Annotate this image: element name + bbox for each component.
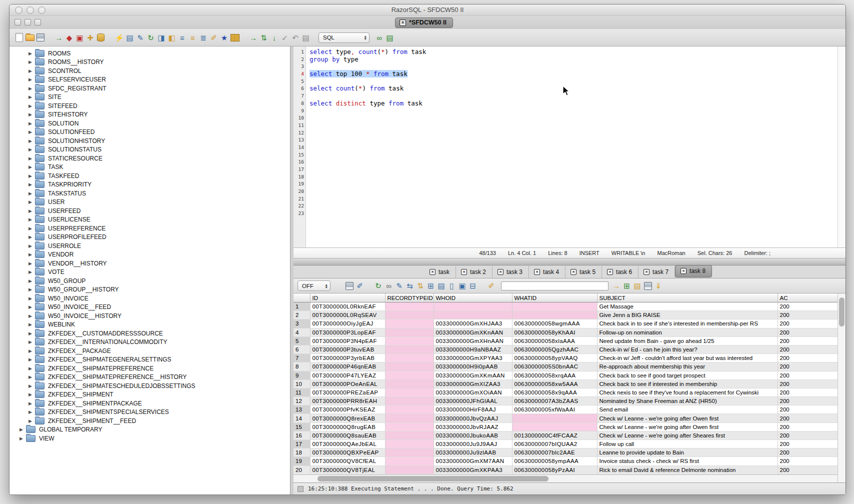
grid-cell[interactable]: 00630000007bIQUAA2: [512, 440, 597, 448]
schema-browser-panel[interactable]: ▶ROOMS▶ROOMS__HISTORY▶SCONTROL▶SELFSERVI…: [10, 46, 294, 494]
expand-triangle-icon[interactable]: ▶: [20, 427, 26, 432]
expand-triangle-icon[interactable]: ▶: [28, 261, 35, 266]
copy-connection-icon[interactable]: ▣: [75, 33, 84, 42]
tree-item-zkfedex-package[interactable]: ▶ZKFEDEX__PACKAGE: [10, 346, 290, 356]
code-line[interactable]: [310, 63, 846, 70]
help-book-icon[interactable]: ◧: [167, 33, 176, 42]
tree-item-vote[interactable]: ▶VOTE: [10, 268, 290, 277]
row-number[interactable]: 5: [294, 336, 310, 345]
tab-close-icon[interactable]: ×: [534, 269, 540, 275]
grid-cell[interactable]: [385, 457, 434, 466]
grid-cell[interactable]: 0033000000GmXIZAA3: [434, 380, 512, 388]
row-number[interactable]: 2: [294, 311, 310, 320]
tree-item-taskstatus[interactable]: ▶TASKSTATUS: [10, 189, 290, 198]
grid-cell[interactable]: [385, 380, 434, 388]
code-line[interactable]: [310, 122, 846, 130]
tree-item-vendor-history[interactable]: ▶VENDOR__HISTORY: [10, 259, 290, 268]
tree-item-scontrol[interactable]: ▶SCONTROL: [10, 66, 290, 76]
tree-item-sfdc-registrant[interactable]: ▶SFDC_REGISTRANT: [10, 84, 290, 93]
row-number[interactable]: 8: [294, 362, 310, 371]
code-line[interactable]: [310, 152, 846, 159]
grid-cell[interactable]: 00T3000000P3tuvEAB: [310, 345, 385, 354]
expand-triangle-icon[interactable]: ▶: [28, 112, 35, 117]
find-glasses-icon[interactable]: ∞: [374, 33, 384, 42]
grid-cell[interactable]: 006300000058xrqAAA: [512, 371, 597, 380]
commit-check-icon[interactable]: ✓: [280, 33, 290, 42]
grid-cell[interactable]: 200: [778, 320, 838, 328]
tab-close-icon[interactable]: ×: [498, 269, 504, 275]
expand-triangle-icon[interactable]: ▶: [28, 374, 35, 380]
expand-triangle-icon[interactable]: ▶: [28, 234, 35, 240]
column-header-whatid[interactable]: WHATID: [512, 294, 597, 302]
describe-table-icon[interactable]: ▤: [125, 33, 134, 42]
code-line[interactable]: [310, 92, 846, 100]
expand-triangle-icon[interactable]: ▶: [28, 156, 35, 161]
expand-triangle-icon[interactable]: ▶: [28, 392, 35, 397]
tree-item-taskfeed[interactable]: ▶TASKFEED: [10, 172, 290, 180]
grid-cell[interactable]: Invoice status check - check w/ RS first: [597, 457, 778, 466]
grid-cell[interactable]: 006300000058yKhAAI: [512, 328, 597, 336]
grid-cell[interactable]: 200: [778, 362, 838, 371]
grid-cell[interactable]: [385, 414, 434, 422]
code-line[interactable]: [310, 78, 846, 86]
tree-item-w50-invoice-history[interactable]: ▶W50_INVOICE__HISTORY: [10, 312, 290, 320]
grid-cell[interactable]: 006300000058ypVAAQ: [512, 354, 597, 362]
code-line[interactable]: select distinct type from task: [310, 100, 846, 108]
grid-cell[interactable]: 006300000058xw5AAA: [512, 380, 597, 388]
tree-item-solutionhistory[interactable]: ▶SOLUTIONHISTORY: [10, 136, 290, 146]
tree-item-w50-invoice-feed[interactable]: ▶W50_INVOICE__FEED: [10, 303, 290, 312]
grid-cell[interactable]: 200: [778, 422, 838, 431]
expand-triangle-icon[interactable]: ▶: [28, 191, 35, 196]
grid-cell[interactable]: 200: [778, 388, 838, 396]
result-tab-task-2[interactable]: ×task 2: [456, 266, 492, 278]
tree-item-vendor[interactable]: ▶VENDOR: [10, 250, 290, 260]
grid-cell[interactable]: Nominated by Shane Freeman at ANZ (HR50): [597, 397, 778, 406]
grid-cell[interactable]: Re-approach about membership this year: [597, 362, 778, 371]
grid-horizontal-scrollbar[interactable]: [294, 474, 838, 482]
grid-cell[interactable]: Check back to see if interested in membe…: [597, 380, 778, 388]
tree-item-zkfedex-shipment-feed[interactable]: ▶ZKFEDEX__SHIPMENT__FEED: [10, 416, 290, 426]
tree-item-sitehistory[interactable]: ▶SITEHISTORY: [10, 110, 290, 120]
grid-cell[interactable]: 00T3000000P3N4pEAF: [310, 336, 385, 345]
tree-item-sitefeed[interactable]: ▶SITEFEED: [10, 102, 290, 110]
tab-close-icon[interactable]: ×: [644, 269, 650, 275]
grid-horizontal-scrollbar-thumb[interactable]: [318, 476, 548, 482]
tab-close-icon[interactable]: ×: [607, 269, 613, 275]
tree-item-task[interactable]: ▶TASK: [10, 163, 290, 172]
save-file-icon[interactable]: [36, 33, 45, 42]
execute-lightning-icon[interactable]: ⚡: [114, 33, 124, 42]
results-grid-viewport[interactable]: IDRECORDTYPEIDWHOIDWHATIDSUBJECTAC100T30…: [294, 294, 838, 482]
tree-item-zkfedex-shipmentpackage[interactable]: ▶ZKFEDEX__SHIPMENTPACKAGE: [10, 399, 290, 408]
grid-cell[interactable]: Check-in w/ Ed - can he join this year?: [597, 345, 778, 354]
expand-triangle-icon[interactable]: ▶: [28, 366, 35, 371]
row-number[interactable]: 7: [294, 354, 310, 362]
grid-cell[interactable]: 0033000000Ju9J9AAJ: [434, 440, 512, 448]
sql-code-area[interactable]: select type, count(*) from taskgroup by …: [306, 46, 846, 248]
row-number[interactable]: 6: [294, 345, 310, 354]
grid-cell[interactable]: [512, 422, 597, 431]
column-header-whoid[interactable]: WHOID: [434, 294, 512, 302]
expand-triangle-icon[interactable]: ▶: [28, 94, 35, 100]
grid-cell[interactable]: 200: [778, 466, 838, 474]
row-number[interactable]: 11: [294, 388, 310, 396]
row-number[interactable]: 10: [294, 380, 310, 388]
grid-cell[interactable]: 0033000000GmXKnAAN: [434, 328, 512, 336]
grid-cell[interactable]: 200: [778, 354, 838, 362]
expand-triangle-icon[interactable]: ▶: [28, 226, 35, 231]
expand-triangle-icon[interactable]: ▶: [28, 174, 35, 178]
grid-cell[interactable]: 0033000000GmXHnAAN: [434, 336, 512, 345]
grid-cell[interactable]: 0033000000GmXM7AAN: [434, 457, 512, 466]
rollback-undo-icon[interactable]: ↶: [290, 33, 300, 42]
grid-cell[interactable]: 0033000000H9i0pAAB: [434, 362, 512, 371]
grid-cell[interactable]: 00T3000000POeAnEAL: [310, 380, 385, 388]
tree-item-rooms-history[interactable]: ▶ROOMS__HISTORY: [10, 58, 290, 67]
refresh-results-icon[interactable]: ↻: [374, 281, 383, 290]
grid-cell[interactable]: [385, 440, 434, 448]
grid-cell[interactable]: [385, 388, 434, 396]
execute-fetch-icon[interactable]: ⇅: [259, 33, 268, 42]
row-number[interactable]: 20: [294, 466, 310, 474]
grid-cell[interactable]: 0033000000JbvRJAAZ: [434, 422, 512, 431]
internal-frame-button-2-icon[interactable]: [24, 19, 31, 26]
result-tab-task-6[interactable]: ×task 6: [602, 266, 638, 278]
grid-cell[interactable]: Rick to email David & reference Delmonte…: [597, 466, 778, 474]
